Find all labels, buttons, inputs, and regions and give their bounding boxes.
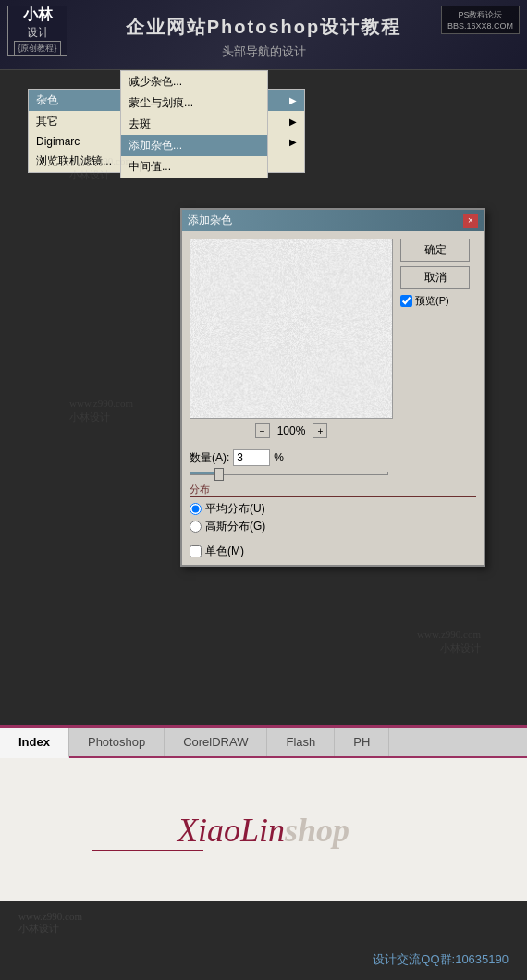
- tab-ph[interactable]: PH: [335, 728, 389, 756]
- header: 小林 设计 {原创教程} 企业网站Photoshop设计教程 头部导航的设计 P…: [0, 0, 527, 70]
- gaussian-label: 高斯分布(G): [205, 519, 265, 534]
- nav-content: XiaoLin shop: [0, 758, 527, 901]
- footer: www.z990.com 小林设计 设计交流QQ群:10635190: [0, 938, 527, 980]
- preview-panel: − 100% +: [190, 239, 393, 438]
- ok-button[interactable]: 确定: [400, 239, 470, 262]
- logo: 小林 设计 {原创教程}: [7, 6, 67, 56]
- amount-label: 数量(A):: [190, 450, 229, 466]
- tab-photoshop[interactable]: Photoshop: [69, 728, 165, 756]
- dialog-close-button[interactable]: ×: [463, 214, 478, 228]
- nav-section: Index Photoshop CorelDRAW Flash PH XiaoL…: [0, 725, 527, 901]
- corner-logo: PS教程论坛 BBS.16XX8.COM: [441, 6, 520, 34]
- uniform-row: 平均分布(U): [190, 501, 476, 517]
- menu-item-other-label: 其它: [36, 114, 58, 129]
- filter-menu: 杂色 ▶ 其它 ▶ Digimarc ▶ 浏览联机滤镜... 减少杂色... 蒙…: [28, 89, 305, 173]
- uniform-label: 平均分布(U): [205, 501, 265, 517]
- add-noise-dialog: 添加杂色 × − 100% + 确定 取消 预览(P) 数量(A): %: [180, 208, 485, 567]
- monochrome-label: 单色(M): [205, 544, 244, 559]
- corner-line1: PS教程论坛: [447, 9, 513, 21]
- gaussian-radio[interactable]: [190, 521, 202, 533]
- amount-slider[interactable]: [190, 472, 388, 475]
- page-subtitle: 头部导航的设计: [0, 43, 527, 64]
- nav-logo-part2: shop: [285, 811, 349, 850]
- dialog-controls: 确定 取消 预览(P): [400, 239, 476, 438]
- dialog-title: 添加杂色: [188, 213, 232, 228]
- submenu-median[interactable]: 中间值...: [121, 156, 267, 178]
- monochrome-row: 单色(M): [182, 540, 484, 565]
- gaussian-row: 高斯分布(G): [190, 519, 476, 534]
- tab-flash[interactable]: Flash: [267, 728, 335, 756]
- zoom-in-button[interactable]: +: [313, 423, 327, 438]
- uniform-radio[interactable]: [190, 503, 202, 515]
- preview-checkbox-label: 预览(P): [415, 294, 449, 308]
- cancel-button[interactable]: 取消: [400, 266, 470, 289]
- nav-tabs: Index Photoshop CorelDRAW Flash PH: [0, 728, 527, 758]
- zoom-out-button[interactable]: −: [255, 423, 270, 438]
- menu-arrow-digimarc: ▶: [289, 137, 297, 147]
- nav-logo: XiaoLin shop: [178, 811, 349, 850]
- menu-arrow-noise: ▶: [289, 95, 297, 105]
- menu-item-browse-label: 浏览联机滤镜...: [36, 153, 112, 169]
- monochrome-checkbox[interactable]: [190, 545, 202, 557]
- tab-coreldraw[interactable]: CorelDRAW: [165, 728, 267, 756]
- amount-unit: %: [274, 451, 284, 464]
- footer-qq: 设计交流QQ群:10635190: [373, 951, 509, 968]
- preview-canvas: [190, 239, 393, 419]
- menu-item-digimarc-label: Digimarc: [36, 135, 80, 148]
- watermark-3: www.z990.com: [69, 398, 133, 409]
- noise-canvas: [190, 239, 392, 418]
- watermark-5: www.z990.com: [417, 629, 481, 640]
- submenu-dust-scratch[interactable]: 蒙尘与划痕...: [121, 92, 267, 114]
- footer-watermark-line1: www.z990.com: [18, 911, 82, 922]
- zoom-level: 100%: [277, 424, 306, 437]
- menu-item-noise-label: 杂色: [36, 92, 58, 108]
- distribution-label: 分布: [190, 483, 476, 497]
- amount-input[interactable]: [233, 449, 270, 466]
- corner-line2: BBS.16XX8.COM: [447, 21, 513, 31]
- watermark-6: 小林设计: [440, 642, 481, 655]
- distribution-section: 分布 平均分布(U) 高斯分布(G): [182, 479, 484, 540]
- submenu-add-noise[interactable]: 添加杂色...: [121, 135, 267, 156]
- dialog-titlebar: 添加杂色 ×: [182, 210, 484, 231]
- submenu-despeckle[interactable]: 去斑: [121, 114, 267, 135]
- preview-controls: − 100% +: [190, 423, 393, 438]
- nav-underline: [92, 850, 203, 851]
- dialog-body: − 100% + 确定 取消 预览(P): [182, 231, 484, 446]
- slider-thumb[interactable]: [214, 468, 224, 481]
- tab-index[interactable]: Index: [0, 728, 69, 758]
- preview-checkbox-row: 预览(P): [400, 294, 476, 308]
- menu-arrow-other: ▶: [289, 116, 297, 127]
- logo-bracket: {原创教程}: [14, 41, 60, 56]
- submenu-reduce-noise[interactable]: 减少杂色...: [121, 71, 267, 92]
- amount-row: 数量(A): %: [182, 446, 484, 470]
- footer-watermark: www.z990.com 小林设计: [18, 911, 82, 936]
- preview-checkbox[interactable]: [400, 295, 412, 307]
- slider-row: [182, 470, 484, 479]
- logo-text: 小林: [23, 6, 53, 25]
- footer-watermark-line2: 小林设计: [18, 922, 82, 936]
- watermark-4: 小林设计: [69, 410, 110, 424]
- logo-design: 设计: [27, 25, 49, 41]
- nav-logo-part1: XiaoLin: [178, 811, 285, 850]
- menu-area: 杂色 ▶ 其它 ▶ Digimarc ▶ 浏览联机滤镜... 减少杂色... 蒙…: [0, 70, 527, 191]
- submenu-noise: 减少杂色... 蒙尘与划痕... 去斑 添加杂色... 中间值...: [120, 70, 268, 178]
